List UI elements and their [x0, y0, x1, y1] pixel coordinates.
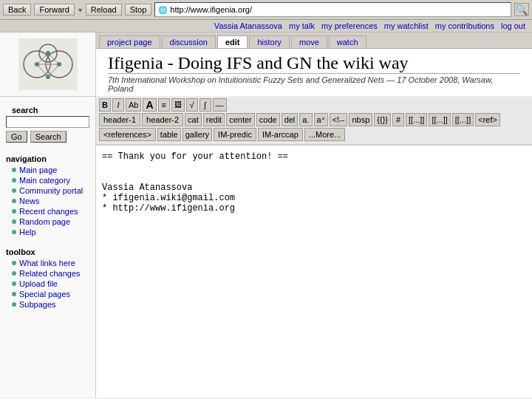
page-title-area: Ifigenia - Doing IFS and GN the wiki way…	[96, 49, 532, 97]
toolbar-dash[interactable]: —	[213, 98, 227, 112]
toolbox-title: toolbox	[0, 246, 95, 258]
address-input[interactable]	[170, 5, 508, 14]
sidebar-item-label: Upload file	[19, 279, 58, 288]
go-button[interactable]: Go	[6, 131, 27, 143]
toolbar-references[interactable]: <references>	[99, 128, 156, 141]
toolbar-row-1: B I Ab A ≡ 🖼 √ ∫ —	[99, 98, 529, 112]
sidebar-item-recent-changes[interactable]: Recent changes	[0, 206, 95, 216]
toolbar-header-1[interactable]: header-1	[99, 113, 140, 126]
toolbar-center[interactable]: center	[226, 113, 255, 126]
tab-edit[interactable]: edit	[217, 35, 248, 48]
back-button[interactable]: Back	[3, 4, 31, 16]
toolbar-row-2: header-1 header-2 cat redit center code …	[99, 113, 529, 126]
sidebar-item-help[interactable]: Help	[0, 227, 95, 237]
toolbar-italic[interactable]: I	[112, 98, 124, 112]
sidebar-item-random-page[interactable]: Random page	[0, 216, 95, 227]
sidebar-item-label: Special pages	[19, 290, 70, 299]
toolbar-redit[interactable]: redit	[203, 113, 225, 126]
my-preferences-link[interactable]: my preferences	[321, 21, 378, 30]
bullet-icon	[12, 230, 16, 234]
my-contributions-link[interactable]: my contributions	[435, 21, 494, 30]
search-button[interactable]: Search	[30, 131, 66, 143]
bullet-icon	[12, 282, 16, 286]
toolbar-wikilink3[interactable]: [[...]]	[452, 113, 474, 126]
sidebar-item-label: Subpages	[19, 300, 56, 309]
toolbar-wikilink1[interactable]: [[...]]	[406, 113, 427, 126]
browser-search-button[interactable]: 🔍	[514, 3, 529, 16]
toolbar-header-2[interactable]: header-2	[142, 113, 183, 126]
tab-history[interactable]: history	[249, 35, 289, 48]
toolbar-comment[interactable]: <!--	[330, 113, 348, 126]
toolbox-section: toolbox What links here Related changes …	[0, 240, 95, 313]
toolbar-lines[interactable]: ≡	[158, 98, 170, 112]
reload-button[interactable]: Reload	[86, 4, 122, 16]
sidebar-item-main-page[interactable]: Main page	[0, 165, 95, 175]
toolbar-cat[interactable]: cat	[185, 113, 202, 126]
sidebar-item-label: News	[19, 197, 40, 205]
toolbar-sqrt[interactable]: √	[186, 98, 198, 112]
tab-watch[interactable]: watch	[329, 35, 366, 48]
bullet-icon	[12, 178, 16, 183]
search-buttons: Go Search	[6, 131, 89, 143]
sidebar-item-label: Main category	[19, 176, 70, 185]
toolbar-wikilink2[interactable]: [[...]]	[429, 113, 450, 126]
globe-icon: 🌐	[158, 6, 167, 14]
sidebar-item-label: Recent changes	[19, 207, 78, 216]
search-area: search Go Search	[0, 97, 95, 147]
toolbar-integral[interactable]: ∫	[200, 98, 211, 112]
bullet-icon	[12, 261, 16, 265]
sidebar-item-upload-file[interactable]: Upload file	[0, 279, 95, 289]
tab-move[interactable]: move	[291, 35, 327, 48]
sidebar-item-community-portal[interactable]: Community portal	[0, 185, 95, 196]
sidebar-item-related-changes[interactable]: Related changes	[0, 268, 95, 279]
toolbar-im-predic[interactable]: IM-predic	[214, 128, 256, 141]
my-talk-link[interactable]: my talk	[289, 21, 315, 30]
main-layout: search Go Search navigation Main page Ma…	[0, 33, 532, 398]
toolbar-del[interactable]: del	[282, 113, 299, 126]
sidebar-item-label: Help	[19, 228, 36, 236]
tabs-bar: project page discussion edit history mov…	[96, 33, 532, 49]
toolbar-superscript[interactable]: aˣ	[314, 113, 328, 126]
content-area: project page discussion edit history mov…	[96, 33, 532, 398]
sidebar-item-what-links-here[interactable]: What links here	[0, 258, 95, 268]
toolbar-template[interactable]: {{}}	[374, 113, 391, 126]
search-input[interactable]	[6, 116, 89, 128]
bullet-icon	[12, 271, 16, 276]
toolbar-im-arccap[interactable]: IM-arccap	[258, 128, 303, 141]
bullet-icon	[12, 168, 16, 172]
toolbar-gallery[interactable]: gallery	[183, 128, 212, 141]
tab-project-page[interactable]: project page	[99, 35, 160, 48]
sidebar-item-label: Related changes	[19, 269, 81, 278]
toolbar-more[interactable]: ...More...	[304, 128, 345, 141]
editor-toolbar: B I Ab A ≡ 🖼 √ ∫ — header-1 header-2 cat…	[96, 97, 532, 145]
bullet-icon	[12, 199, 16, 203]
tab-discussion[interactable]: discussion	[162, 35, 216, 48]
page-subtitle: 7th International Workshop on Intuitioni…	[108, 75, 520, 93]
my-watchlist-link[interactable]: my watchlist	[384, 21, 429, 30]
sidebar-item-main-category[interactable]: Main category	[0, 175, 95, 185]
toolbar-image[interactable]: 🖼	[171, 98, 185, 112]
stop-button[interactable]: Stop	[125, 4, 152, 16]
toolbar-nbsp[interactable]: nbsp	[349, 113, 372, 126]
sidebar-item-special-pages[interactable]: Special pages	[0, 289, 95, 299]
sidebar-logo	[0, 33, 95, 97]
browser-chrome: Back Forward ▾ Reload Stop 🌐 🔍	[0, 0, 532, 20]
forward-button[interactable]: Forward	[34, 4, 74, 16]
sidebar-item-label: Community portal	[19, 186, 83, 195]
toolbar-code[interactable]: code	[256, 113, 280, 126]
edit-textarea[interactable]	[96, 145, 532, 398]
username-link[interactable]: Vassia Atanassova	[214, 21, 282, 30]
sidebar-item-subpages[interactable]: Subpages	[0, 299, 95, 310]
toolbar-hash[interactable]: #	[392, 113, 404, 126]
toolbar-ab[interactable]: Ab	[126, 98, 141, 112]
bullet-icon	[12, 219, 16, 224]
navigation-title: navigation	[0, 153, 95, 165]
toolbar-big-a[interactable]: A	[143, 98, 156, 112]
toolbar-table[interactable]: table	[157, 128, 181, 141]
sidebar-item-news[interactable]: News	[0, 196, 95, 206]
toolbar-subscript[interactable]: a.	[299, 113, 312, 126]
page-title: Ifigenia - Doing IFS and GN the wiki way	[108, 53, 520, 74]
toolbar-bold[interactable]: B	[99, 98, 111, 112]
log-out-link[interactable]: log out	[501, 21, 525, 30]
toolbar-ref[interactable]: <ref>	[475, 113, 500, 126]
